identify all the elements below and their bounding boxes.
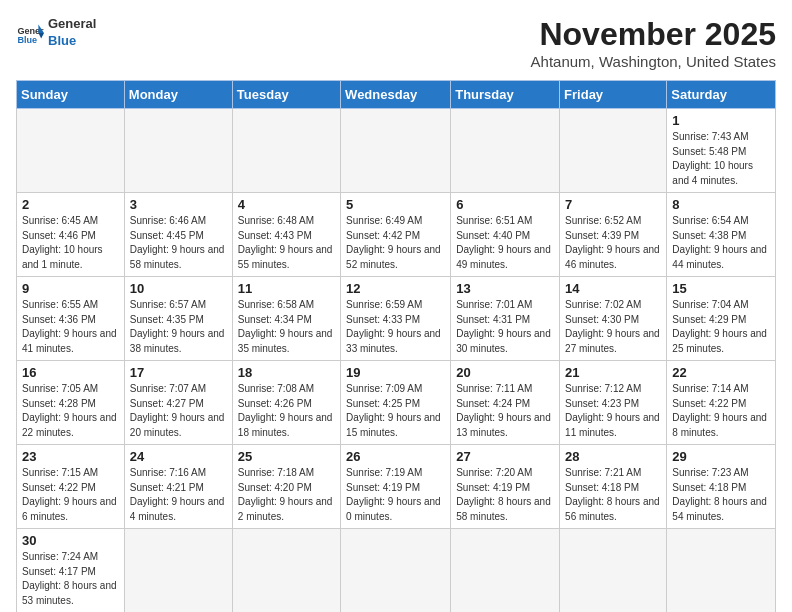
day-info: Sunrise: 7:14 AMSunset: 4:22 PMDaylight:… [672,382,770,440]
day-number: 3 [130,197,227,212]
day-info: Sunrise: 7:43 AMSunset: 5:48 PMDaylight:… [672,130,770,188]
weekday-header-wednesday: Wednesday [341,81,451,109]
page-subtitle: Ahtanum, Washington, United States [531,53,776,70]
day-number: 20 [456,365,554,380]
calendar-cell [560,529,667,613]
calendar-cell: 14Sunrise: 7:02 AMSunset: 4:30 PMDayligh… [560,277,667,361]
day-number: 10 [130,281,227,296]
day-number: 22 [672,365,770,380]
weekday-header-friday: Friday [560,81,667,109]
day-number: 15 [672,281,770,296]
calendar-cell: 3Sunrise: 6:46 AMSunset: 4:45 PMDaylight… [124,193,232,277]
calendar-cell: 25Sunrise: 7:18 AMSunset: 4:20 PMDayligh… [232,445,340,529]
calendar-cell: 21Sunrise: 7:12 AMSunset: 4:23 PMDayligh… [560,361,667,445]
calendar-week-row: 23Sunrise: 7:15 AMSunset: 4:22 PMDayligh… [17,445,776,529]
day-number: 9 [22,281,119,296]
calendar-cell [560,109,667,193]
calendar-cell: 22Sunrise: 7:14 AMSunset: 4:22 PMDayligh… [667,361,776,445]
calendar-cell [341,109,451,193]
day-number: 24 [130,449,227,464]
day-info: Sunrise: 7:11 AMSunset: 4:24 PMDaylight:… [456,382,554,440]
day-number: 23 [22,449,119,464]
day-number: 26 [346,449,445,464]
day-info: Sunrise: 7:12 AMSunset: 4:23 PMDaylight:… [565,382,661,440]
calendar-cell: 12Sunrise: 6:59 AMSunset: 4:33 PMDayligh… [341,277,451,361]
day-number: 8 [672,197,770,212]
calendar-cell: 9Sunrise: 6:55 AMSunset: 4:36 PMDaylight… [17,277,125,361]
day-info: Sunrise: 6:57 AMSunset: 4:35 PMDaylight:… [130,298,227,356]
day-info: Sunrise: 7:21 AMSunset: 4:18 PMDaylight:… [565,466,661,524]
day-number: 30 [22,533,119,548]
calendar-cell: 4Sunrise: 6:48 AMSunset: 4:43 PMDaylight… [232,193,340,277]
calendar-cell: 8Sunrise: 6:54 AMSunset: 4:38 PMDaylight… [667,193,776,277]
day-number: 13 [456,281,554,296]
calendar-cell: 19Sunrise: 7:09 AMSunset: 4:25 PMDayligh… [341,361,451,445]
day-info: Sunrise: 6:46 AMSunset: 4:45 PMDaylight:… [130,214,227,272]
day-number: 19 [346,365,445,380]
calendar-table: SundayMondayTuesdayWednesdayThursdayFrid… [16,80,776,612]
calendar-cell: 13Sunrise: 7:01 AMSunset: 4:31 PMDayligh… [451,277,560,361]
day-info: Sunrise: 7:24 AMSunset: 4:17 PMDaylight:… [22,550,119,608]
day-info: Sunrise: 7:08 AMSunset: 4:26 PMDaylight:… [238,382,335,440]
calendar-cell: 28Sunrise: 7:21 AMSunset: 4:18 PMDayligh… [560,445,667,529]
calendar-cell: 18Sunrise: 7:08 AMSunset: 4:26 PMDayligh… [232,361,340,445]
day-info: Sunrise: 7:16 AMSunset: 4:21 PMDaylight:… [130,466,227,524]
day-info: Sunrise: 6:58 AMSunset: 4:34 PMDaylight:… [238,298,335,356]
calendar-cell: 1Sunrise: 7:43 AMSunset: 5:48 PMDaylight… [667,109,776,193]
day-info: Sunrise: 6:48 AMSunset: 4:43 PMDaylight:… [238,214,335,272]
calendar-cell: 26Sunrise: 7:19 AMSunset: 4:19 PMDayligh… [341,445,451,529]
day-number: 27 [456,449,554,464]
logo-general: General [48,16,96,33]
day-number: 28 [565,449,661,464]
day-info: Sunrise: 7:18 AMSunset: 4:20 PMDaylight:… [238,466,335,524]
day-info: Sunrise: 6:55 AMSunset: 4:36 PMDaylight:… [22,298,119,356]
weekday-header-thursday: Thursday [451,81,560,109]
calendar-cell: 24Sunrise: 7:16 AMSunset: 4:21 PMDayligh… [124,445,232,529]
calendar-week-row: 30Sunrise: 7:24 AMSunset: 4:17 PMDayligh… [17,529,776,613]
day-info: Sunrise: 7:09 AMSunset: 4:25 PMDaylight:… [346,382,445,440]
calendar-cell: 11Sunrise: 6:58 AMSunset: 4:34 PMDayligh… [232,277,340,361]
weekday-header-tuesday: Tuesday [232,81,340,109]
weekday-header-monday: Monday [124,81,232,109]
calendar-header-row: SundayMondayTuesdayWednesdayThursdayFrid… [17,81,776,109]
day-number: 29 [672,449,770,464]
logo-icon: General Blue [16,19,44,47]
day-number: 1 [672,113,770,128]
day-info: Sunrise: 7:15 AMSunset: 4:22 PMDaylight:… [22,466,119,524]
calendar-cell: 5Sunrise: 6:49 AMSunset: 4:42 PMDaylight… [341,193,451,277]
weekday-header-saturday: Saturday [667,81,776,109]
calendar-cell [124,529,232,613]
logo-blue: Blue [48,33,96,50]
calendar-cell [232,529,340,613]
day-number: 18 [238,365,335,380]
title-block: November 2025 Ahtanum, Washington, Unite… [531,16,776,70]
day-info: Sunrise: 6:54 AMSunset: 4:38 PMDaylight:… [672,214,770,272]
day-info: Sunrise: 7:05 AMSunset: 4:28 PMDaylight:… [22,382,119,440]
day-number: 7 [565,197,661,212]
calendar-cell: 6Sunrise: 6:51 AMSunset: 4:40 PMDaylight… [451,193,560,277]
calendar-cell: 17Sunrise: 7:07 AMSunset: 4:27 PMDayligh… [124,361,232,445]
day-info: Sunrise: 7:02 AMSunset: 4:30 PMDaylight:… [565,298,661,356]
calendar-cell [341,529,451,613]
day-number: 16 [22,365,119,380]
day-number: 21 [565,365,661,380]
day-info: Sunrise: 6:49 AMSunset: 4:42 PMDaylight:… [346,214,445,272]
day-info: Sunrise: 7:04 AMSunset: 4:29 PMDaylight:… [672,298,770,356]
day-number: 12 [346,281,445,296]
weekday-header-sunday: Sunday [17,81,125,109]
day-info: Sunrise: 6:45 AMSunset: 4:46 PMDaylight:… [22,214,119,272]
day-number: 6 [456,197,554,212]
day-info: Sunrise: 7:07 AMSunset: 4:27 PMDaylight:… [130,382,227,440]
calendar-cell [17,109,125,193]
page-header: General Blue General Blue November 2025 … [16,16,776,70]
page-title: November 2025 [531,16,776,53]
calendar-week-row: 2Sunrise: 6:45 AMSunset: 4:46 PMDaylight… [17,193,776,277]
calendar-cell: 7Sunrise: 6:52 AMSunset: 4:39 PMDaylight… [560,193,667,277]
calendar-cell: 16Sunrise: 7:05 AMSunset: 4:28 PMDayligh… [17,361,125,445]
calendar-cell: 29Sunrise: 7:23 AMSunset: 4:18 PMDayligh… [667,445,776,529]
day-number: 14 [565,281,661,296]
day-number: 2 [22,197,119,212]
calendar-cell: 20Sunrise: 7:11 AMSunset: 4:24 PMDayligh… [451,361,560,445]
calendar-week-row: 9Sunrise: 6:55 AMSunset: 4:36 PMDaylight… [17,277,776,361]
calendar-cell [451,109,560,193]
